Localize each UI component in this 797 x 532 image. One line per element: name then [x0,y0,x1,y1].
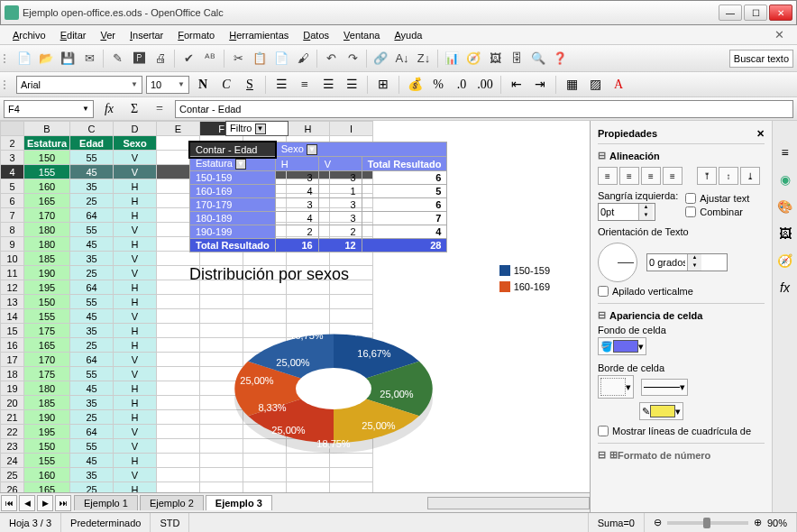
save-icon[interactable]: 💾 [58,49,78,69]
sort-desc-icon[interactable]: Z↓ [414,49,434,69]
copy-icon[interactable]: 📋 [250,49,270,69]
dropdown-icon[interactable]: ▼ [235,159,246,170]
align-justify-icon[interactable]: ☰ [342,75,362,95]
close-button[interactable]: ✕ [769,5,792,21]
fontcolor-icon[interactable]: A [609,75,628,95]
navigator-deck-icon[interactable]: 🧭 [775,251,795,271]
pivot-title-cell[interactable]: Contar - Edad [190,142,276,157]
tab-next-icon[interactable]: ▶ [37,495,53,511]
zoom-value[interactable]: 90% [767,518,787,528]
tab-last-icon[interactable]: ⏭ [55,495,71,511]
cut-icon[interactable]: ✂ [228,49,248,69]
halign-right-icon[interactable]: ≡ [641,167,661,185]
properties-deck-icon[interactable]: ◉ [775,170,795,189]
halign-left-icon[interactable]: ≡ [598,167,618,185]
font-name-combo[interactable]: Arial▼ [16,76,142,94]
sidebar-close-icon[interactable]: ✕ [756,128,765,140]
bold-button[interactable]: N [193,75,213,95]
minimize-button[interactable]: — [719,5,742,21]
menu-formato[interactable]: Formato [170,28,222,42]
font-size-combo[interactable]: 10▼ [146,76,189,94]
decimal-remove-icon[interactable]: .00 [475,75,495,95]
horizontal-scrollbar[interactable] [427,497,590,509]
halign-center-icon[interactable]: ≡ [619,167,639,185]
print-icon[interactable]: 🖨 [151,49,170,69]
italic-button[interactable]: C [216,75,236,95]
tab-first-icon[interactable]: ⏮ [1,495,17,511]
styles-deck-icon[interactable]: 🎨 [775,197,795,216]
spellcheck-icon[interactable]: ✔ [179,49,198,69]
sheet-indicator[interactable]: Hoja 3 / 3 [0,513,61,532]
navigator-icon[interactable]: 🧭 [463,49,483,69]
menu-icon[interactable]: ≡ [775,142,795,162]
currency-icon[interactable]: 💰 [405,75,425,95]
pivot-filter[interactable]: Filtro ▼ [225,121,289,136]
menu-datos[interactable]: Datos [296,28,336,42]
menu-archivo[interactable]: Archivo [5,28,53,42]
valign-middle-icon[interactable]: ↕ [719,167,738,185]
sum-icon[interactable]: Σ [124,99,144,119]
email-icon[interactable]: ✉ [79,49,99,69]
border-color-picker[interactable]: ✎ ▾ [639,402,683,420]
align-left-icon[interactable]: ☰ [271,75,291,95]
align-right-icon[interactable]: ☰ [318,75,338,95]
new-icon[interactable]: 📄 [14,49,34,69]
menu-insertar[interactable]: Insertar [123,28,170,42]
gallery-deck-icon[interactable]: 🖼 [775,224,795,243]
cell-reference[interactable]: F4▼ [4,100,94,118]
toolbar-grip[interactable] [4,80,9,89]
percent-icon[interactable]: % [428,75,448,95]
valign-top-icon[interactable]: ⤒ [697,167,717,185]
insert-mode[interactable]: STD [151,513,189,532]
formula-input[interactable]: Contar - Edad [175,100,793,118]
halign-justify-icon[interactable]: ≡ [663,167,682,185]
redo-icon[interactable]: ↷ [343,49,362,69]
toolbar-grip[interactable] [4,54,9,63]
merge-cells-icon[interactable]: ⊞ [373,75,393,95]
function-wizard-icon[interactable]: fx [99,99,119,119]
dropdown-icon[interactable]: ▼ [307,144,317,155]
autocheck-icon[interactable]: ᴬᴮ [200,49,220,69]
orientation-dial[interactable] [598,243,637,282]
indent-less-icon[interactable]: ⇤ [507,75,527,95]
undo-icon[interactable]: ↶ [321,49,341,69]
open-icon[interactable]: 📂 [36,49,56,69]
sum-indicator[interactable]: Suma=0 [589,513,645,532]
indent-more-icon[interactable]: ⇥ [530,75,550,95]
equals-icon[interactable]: = [150,99,169,119]
degrees-spinner[interactable]: ▲▼ [646,253,728,271]
link-icon[interactable]: 🔗 [371,49,390,69]
menu-ventana[interactable]: Ventana [336,28,387,42]
zoom-in-icon[interactable]: ⊕ [754,517,762,528]
datasource-icon[interactable]: 🗄 [507,49,527,69]
underline-button[interactable]: S [240,75,260,95]
sheet-tab[interactable]: Ejemplo 1 [74,495,138,510]
find-toolbar[interactable]: Buscar texto [729,50,793,68]
page-style[interactable]: Predeterminado [61,513,151,532]
chart-object[interactable]: Distribución por sexos 150-159160-169 [189,265,550,470]
wrap-checkbox[interactable]: Ajustar text [685,193,749,204]
pivot-table[interactable]: Contar - Edad Sexo ▼ Estatura ▼ H V Tota… [189,142,447,252]
menu-ayuda[interactable]: Ayuda [387,28,429,42]
zoom-slider[interactable] [667,521,748,525]
borders-icon[interactable]: ▦ [562,75,582,95]
doc-close-icon[interactable]: ✕ [767,26,792,43]
valign-bottom-icon[interactable]: ⤓ [740,167,760,185]
menu-ver[interactable]: Ver [93,28,123,42]
decimal-add-icon[interactable]: .0 [452,75,472,95]
edit-icon[interactable]: ✎ [107,49,127,69]
merge-checkbox[interactable]: Combinar [685,206,749,217]
border-style[interactable]: ▾ [641,379,688,396]
gridlines-checkbox[interactable]: Mostrar líneas de cuadrícula de [598,426,765,436]
tab-prev-icon[interactable]: ◀ [19,495,35,511]
stacked-checkbox[interactable]: Apilado verticalme [598,286,765,297]
sheet-tab[interactable]: Ejemplo 2 [140,495,204,510]
border-preset[interactable]: ▾ [598,375,634,399]
indent-spinner[interactable]: ▲▼ [598,203,655,221]
sort-asc-icon[interactable]: A↓ [392,49,412,69]
menu-editar[interactable]: Editar [53,28,94,42]
maximize-button[interactable]: ☐ [744,5,767,21]
sheet-tab[interactable]: Ejemplo 3 [206,495,272,510]
chart-icon[interactable]: 📊 [442,49,462,69]
menu-herramientas[interactable]: Herramientas [222,28,296,42]
